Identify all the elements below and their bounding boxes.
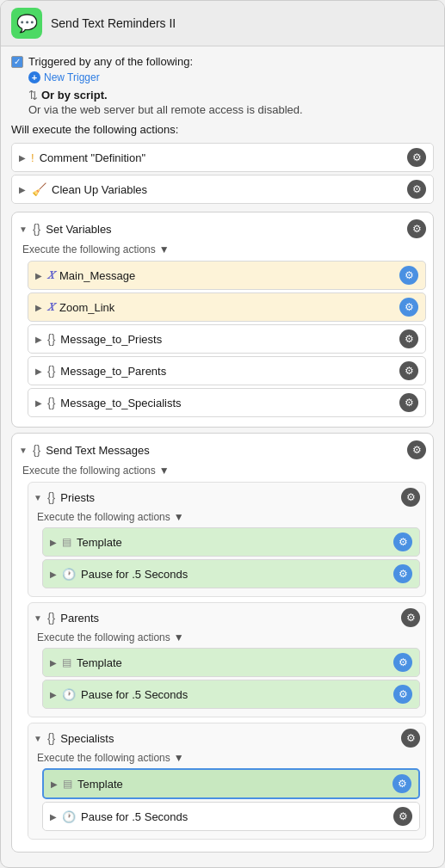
main-window: 💬 Send Text Reminders II ✓ Triggered by … xyxy=(0,0,445,868)
set-variables-header: ▼ {} Set Variables ⚙ xyxy=(19,219,426,238)
priests-title: Priests xyxy=(60,491,396,504)
comment-icon: ! xyxy=(31,151,34,164)
specialists-chevron[interactable]: ▼ xyxy=(34,734,42,743)
specialists-template-label: Template xyxy=(77,778,387,791)
priests-execute-text: Execute the following actions xyxy=(37,511,170,523)
msg-parents-row: ▶ {} Message_to_Parents ⚙ xyxy=(28,356,426,385)
priests-pause-gear-btn[interactable]: ⚙ xyxy=(393,564,412,583)
send-text-gear-btn[interactable]: ⚙ xyxy=(407,440,426,459)
msg-parents-gear-btn[interactable]: ⚙ xyxy=(399,361,418,380)
parents-subsection: ▼ {} Parents ⚙ Execute the following act… xyxy=(28,602,426,717)
msg-specialists-gear-btn[interactable]: ⚙ xyxy=(399,393,418,412)
set-variables-title: Set Variables xyxy=(46,223,402,236)
specialists-pause-row: ▶ 🕐 Pause for .5 Seconds ⚙ xyxy=(42,802,420,831)
msg-specialists-chevron[interactable]: ▶ xyxy=(35,398,42,408)
cleanup-gear-btn[interactable]: ⚙ xyxy=(407,180,426,199)
priests-execute-chevron[interactable]: ▼ xyxy=(174,511,184,523)
set-variables-gear-btn[interactable]: ⚙ xyxy=(407,219,426,238)
send-text-execute-chevron[interactable]: ▼ xyxy=(159,465,170,477)
specialists-template-gear-btn[interactable]: ⚙ xyxy=(392,774,411,793)
main-message-chevron[interactable]: ▶ xyxy=(35,271,42,280)
new-trigger-row[interactable]: + New Trigger xyxy=(28,71,434,83)
msg-priests-gear-btn[interactable]: ⚙ xyxy=(399,329,418,348)
trigger-checkbox[interactable]: ✓ xyxy=(11,56,23,68)
parents-template-chevron[interactable]: ▶ xyxy=(50,658,57,668)
window-title: Send Text Reminders II xyxy=(51,16,176,30)
main-message-label: Main_Message xyxy=(59,269,394,282)
parents-curly-icon: {} xyxy=(47,611,55,625)
or-by-script-label: Or by script. xyxy=(41,89,108,102)
priests-subsection: ▼ {} Priests ⚙ Execute the following act… xyxy=(28,482,426,597)
specialists-curly-icon: {} xyxy=(47,731,55,745)
specialists-template-chevron[interactable]: ▶ xyxy=(51,779,58,789)
priests-pause-label: Pause for .5 Seconds xyxy=(81,568,388,581)
specialists-title: Specialists xyxy=(60,732,396,745)
msg-parents-chevron[interactable]: ▶ xyxy=(35,366,42,376)
specialists-pause-label: Pause for .5 Seconds xyxy=(81,810,388,823)
priests-template-label: Template xyxy=(77,536,388,549)
comment-action-row: ▶ ! Comment "Definition" ⚙ xyxy=(11,143,434,172)
cleanup-chevron[interactable]: ▶ xyxy=(19,185,26,194)
content-area: ✓ Triggered by any of the following: + N… xyxy=(1,46,444,866)
msg-priests-row: ▶ {} Message_to_Priests ⚙ xyxy=(28,324,426,354)
send-text-header: ▼ {} Send Text Messages ⚙ xyxy=(19,440,426,459)
send-text-section: ▼ {} Send Text Messages ⚙ Execute the fo… xyxy=(11,433,434,853)
title-bar: 💬 Send Text Reminders II xyxy=(1,1,444,46)
send-text-title: Send Text Messages xyxy=(46,444,402,457)
specialists-template-row[interactable]: ▶ ▤ Template ⚙ xyxy=(42,768,420,799)
trigger-row: ✓ Triggered by any of the following: xyxy=(11,55,434,68)
send-text-execute-label: Execute the following actions ▼ xyxy=(19,465,426,477)
or-by-script-row: ⇅ Or by script. xyxy=(28,89,434,102)
comment-gear-btn[interactable]: ⚙ xyxy=(407,148,426,167)
comment-label: Comment "Definition" xyxy=(40,151,402,164)
specialists-pause-chevron[interactable]: ▶ xyxy=(50,812,57,822)
zoom-link-label: Zoom_Link xyxy=(59,301,394,314)
specialists-header: ▼ {} Specialists ⚙ xyxy=(34,729,420,748)
priests-pause-row: ▶ 🕐 Pause for .5 Seconds ⚙ xyxy=(42,559,420,588)
set-variables-execute-chevron[interactable]: ▼ xyxy=(159,243,170,255)
priests-pause-chevron[interactable]: ▶ xyxy=(50,569,57,579)
main-message-icon: 𝑋 xyxy=(47,268,54,282)
msg-specialists-icon: {} xyxy=(47,396,55,409)
msg-specialists-label: Message_to_Specialists xyxy=(60,397,394,409)
priests-curly-icon: {} xyxy=(47,490,55,504)
priests-header: ▼ {} Priests ⚙ xyxy=(34,488,420,507)
comment-chevron[interactable]: ▶ xyxy=(19,153,26,163)
priests-template-chevron[interactable]: ▶ xyxy=(50,538,57,547)
main-message-gear-btn[interactable]: ⚙ xyxy=(399,266,418,285)
priests-template-icon: ▤ xyxy=(62,536,71,548)
zoom-link-gear-btn[interactable]: ⚙ xyxy=(399,298,418,317)
specialists-pause-icon: 🕐 xyxy=(62,810,76,823)
arrows-icon: ⇅ xyxy=(28,89,38,102)
zoom-link-row: ▶ 𝑋 Zoom_Link ⚙ xyxy=(28,292,426,322)
specialists-pause-gear-btn[interactable]: ⚙ xyxy=(393,807,412,826)
priests-chevron[interactable]: ▼ xyxy=(34,493,42,502)
msg-priests-label: Message_to_Priests xyxy=(60,333,394,346)
priests-gear-btn[interactable]: ⚙ xyxy=(401,488,420,507)
msg-priests-chevron[interactable]: ▶ xyxy=(35,335,42,344)
parents-template-gear-btn[interactable]: ⚙ xyxy=(393,653,412,672)
parents-chevron[interactable]: ▼ xyxy=(34,613,42,623)
specialists-gear-btn[interactable]: ⚙ xyxy=(401,729,420,748)
msg-parents-icon: {} xyxy=(47,364,55,378)
parents-pause-chevron[interactable]: ▶ xyxy=(50,690,57,699)
zoom-link-chevron[interactable]: ▶ xyxy=(35,303,42,312)
send-text-chevron[interactable]: ▼ xyxy=(19,446,28,455)
parents-gear-btn[interactable]: ⚙ xyxy=(401,608,420,627)
send-text-curly-icon: {} xyxy=(33,443,40,457)
priests-execute-label: Execute the following actions ▼ xyxy=(34,511,420,523)
parents-template-label: Template xyxy=(77,656,388,669)
new-trigger-label[interactable]: New Trigger xyxy=(44,71,100,83)
trigger-label: Triggered by any of the following: xyxy=(28,55,193,68)
app-icon-glyph: 💬 xyxy=(16,13,38,34)
send-text-execute-text: Execute the following actions xyxy=(22,465,156,477)
set-variables-chevron[interactable]: ▼ xyxy=(19,225,28,234)
parents-execute-chevron[interactable]: ▼ xyxy=(174,631,184,643)
parents-pause-gear-btn[interactable]: ⚙ xyxy=(393,685,412,704)
set-variables-execute-label: Execute the following actions ▼ xyxy=(19,243,426,255)
parents-pause-row: ▶ 🕐 Pause for .5 Seconds ⚙ xyxy=(42,680,420,709)
specialists-execute-chevron[interactable]: ▼ xyxy=(174,752,184,764)
parents-template-icon: ▤ xyxy=(62,656,71,668)
parents-template-row: ▶ ▤ Template ⚙ xyxy=(42,648,420,677)
priests-template-gear-btn[interactable]: ⚙ xyxy=(393,532,412,551)
